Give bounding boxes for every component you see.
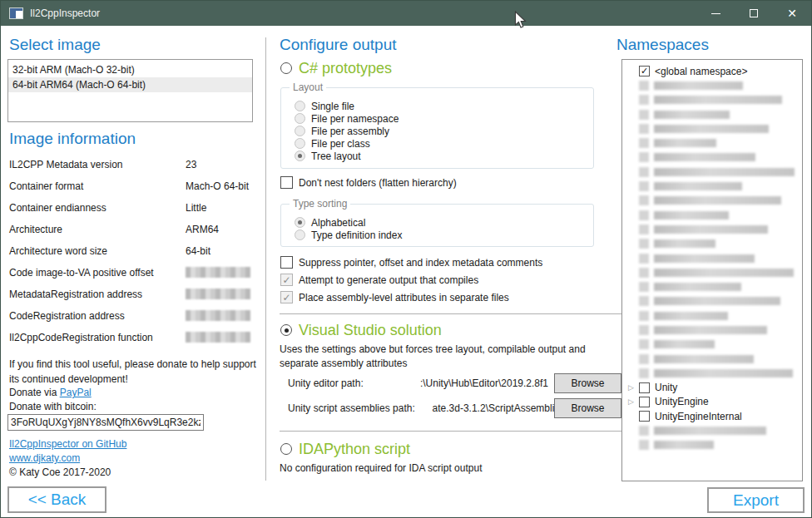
namespace-checkbox[interactable] bbox=[639, 66, 650, 76]
namespace-item-redacted bbox=[639, 138, 716, 148]
unity-editor-path-label: Unity editor path: bbox=[288, 377, 364, 389]
checkbox-icon bbox=[639, 167, 649, 177]
namespace-item[interactable]: <global namespace> bbox=[622, 64, 802, 78]
expander-icon[interactable]: ▷ bbox=[626, 397, 639, 406]
redacted-text bbox=[654, 81, 743, 90]
radio-icon bbox=[295, 113, 305, 124]
namespace-item[interactable] bbox=[622, 179, 802, 193]
namespace-checkbox[interactable] bbox=[639, 411, 650, 422]
type-sorting-radio-option[interactable]: Alphabetical bbox=[295, 216, 593, 229]
close-button[interactable]: ✕ bbox=[773, 1, 811, 26]
namespace-item[interactable] bbox=[622, 279, 802, 294]
namespace-item[interactable] bbox=[622, 366, 802, 380]
namespace-item-redacted bbox=[639, 426, 766, 436]
browse-script-button[interactable]: Browse bbox=[554, 398, 621, 418]
image-list[interactable]: 32-bit ARM (Mach-O 32-bit)64-bit ARM64 (… bbox=[7, 59, 253, 122]
layout-radio-option[interactable]: File per namespace bbox=[295, 112, 593, 125]
app-window: Il2CppInspector ✕ Select image 32-bit AR… bbox=[0, 0, 812, 518]
website-link[interactable]: www.djkaty.com bbox=[9, 452, 80, 464]
namespace-item[interactable] bbox=[622, 294, 802, 308]
image-list-item[interactable]: 64-bit ARM64 (Mach-O 64-bit) bbox=[8, 77, 252, 92]
namespace-item[interactable]: ▷UnityEngine bbox=[622, 395, 802, 409]
namespace-item[interactable] bbox=[622, 107, 802, 121]
minimize-button[interactable] bbox=[696, 1, 735, 26]
export-button[interactable]: Export bbox=[707, 487, 805, 513]
paypal-link[interactable]: PayPal bbox=[60, 387, 92, 398]
titlebar[interactable]: Il2CppInspector ✕ bbox=[1, 1, 811, 26]
namespace-label: Unity bbox=[655, 382, 677, 393]
namespace-item[interactable] bbox=[622, 251, 802, 265]
image-list-item[interactable]: 32-bit ARM (Mach-O 32-bit) bbox=[8, 62, 252, 77]
namespace-checkbox[interactable] bbox=[639, 382, 650, 393]
unity-script-path-value: ate.3d-3.1.2\ScriptAssemblies bbox=[423, 402, 565, 416]
namespace-item[interactable] bbox=[622, 165, 802, 179]
namespace-item[interactable] bbox=[622, 222, 802, 236]
namespace-item[interactable] bbox=[622, 423, 802, 437]
info-row: Container formatMach-O 64-bit bbox=[9, 175, 259, 197]
configure-output-heading: Configure output bbox=[280, 36, 397, 54]
maximize-button[interactable] bbox=[735, 1, 773, 26]
expander-icon[interactable]: ▷ bbox=[626, 383, 639, 392]
info-label: Code image-to-VA positive offset bbox=[9, 267, 154, 279]
namespace-item[interactable] bbox=[622, 438, 802, 452]
namespace-item[interactable] bbox=[622, 237, 802, 251]
output-checkbox[interactable]: Place assembly-level attributes in separ… bbox=[280, 289, 542, 306]
section-divider-2 bbox=[280, 431, 621, 432]
info-row: Architecture word size64-bit bbox=[9, 240, 259, 262]
namespace-item-redacted bbox=[639, 210, 729, 220]
radio-icon bbox=[295, 229, 305, 240]
namespaces-tree[interactable]: <global namespace>▷Unity▷UnityEngineUnit… bbox=[621, 59, 803, 481]
checkbox-icon bbox=[639, 354, 649, 364]
option-csharp-prototypes[interactable]: C# prototypes bbox=[280, 61, 392, 76]
browse-editor-button[interactable]: Browse bbox=[554, 373, 621, 393]
namespace-item[interactable] bbox=[622, 338, 802, 352]
redacted-text bbox=[654, 441, 714, 449]
misc-checkboxes: Suppress pointer, offset and index metad… bbox=[280, 254, 542, 306]
option-visual-studio[interactable]: Visual Studio solution bbox=[280, 323, 442, 338]
namespace-item[interactable] bbox=[622, 78, 802, 92]
namespace-item[interactable] bbox=[622, 194, 802, 208]
redacted-text bbox=[654, 427, 766, 435]
namespace-item[interactable] bbox=[622, 308, 802, 323]
radio-icon bbox=[295, 101, 305, 111]
flatten-checkbox[interactable]: Don't nest folders (flatten hierarchy) bbox=[280, 176, 457, 189]
namespace-item[interactable] bbox=[622, 121, 802, 136]
bitcoin-address-input[interactable] bbox=[7, 414, 204, 431]
github-link[interactable]: Il2CppInspector on GitHub bbox=[9, 438, 126, 450]
redacted-text bbox=[654, 369, 793, 377]
option-idapython[interactable]: IDAPython script bbox=[280, 442, 410, 456]
namespaces-heading: Namespaces bbox=[616, 36, 709, 54]
donate-bitcoin-label: Donate with bitcoin: bbox=[9, 401, 97, 412]
namespace-item-redacted bbox=[639, 354, 754, 364]
namespace-item[interactable] bbox=[622, 208, 802, 222]
ida-description: No configuration required for IDA script… bbox=[280, 462, 482, 474]
redacted-text bbox=[654, 182, 742, 190]
namespace-item[interactable] bbox=[622, 136, 802, 150]
checkbox-icon bbox=[639, 426, 649, 436]
layout-radio-option[interactable]: Tree layout bbox=[295, 150, 593, 162]
namespace-label: UnityEngine bbox=[655, 396, 709, 407]
namespace-item[interactable] bbox=[622, 323, 802, 337]
checkbox-icon bbox=[639, 181, 649, 191]
type-sorting-radio-option[interactable]: Type definition index bbox=[295, 229, 593, 241]
layout-radio-option[interactable]: Single file bbox=[295, 100, 593, 112]
output-checkbox[interactable]: Attempt to generate output that compiles bbox=[280, 271, 542, 289]
namespace-item[interactable]: UnityEngineInternal bbox=[622, 409, 802, 423]
copyright-text: © Katy Coe 2017-2020 bbox=[9, 466, 111, 478]
layout-radio-option[interactable]: File per class bbox=[295, 137, 593, 150]
namespace-item[interactable]: ▷Unity bbox=[622, 381, 802, 395]
info-value-redacted bbox=[186, 267, 250, 278]
namespace-item[interactable] bbox=[622, 150, 802, 165]
layout-radio-option[interactable]: File per assembly bbox=[295, 125, 593, 137]
flatten-checkbox-row[interactable]: Don't nest folders (flatten hierarchy) bbox=[280, 176, 457, 189]
namespace-item[interactable] bbox=[622, 93, 802, 107]
redacted-text bbox=[654, 153, 755, 161]
namespace-checkbox[interactable] bbox=[639, 397, 650, 407]
namespace-item-redacted bbox=[639, 81, 743, 91]
checkbox-icon bbox=[280, 256, 293, 269]
namespace-item[interactable] bbox=[622, 352, 802, 366]
back-button[interactable]: << Back bbox=[7, 486, 106, 513]
redacted-text bbox=[654, 125, 769, 133]
namespace-item[interactable] bbox=[622, 265, 802, 279]
output-checkbox[interactable]: Suppress pointer, offset and index metad… bbox=[280, 254, 542, 271]
